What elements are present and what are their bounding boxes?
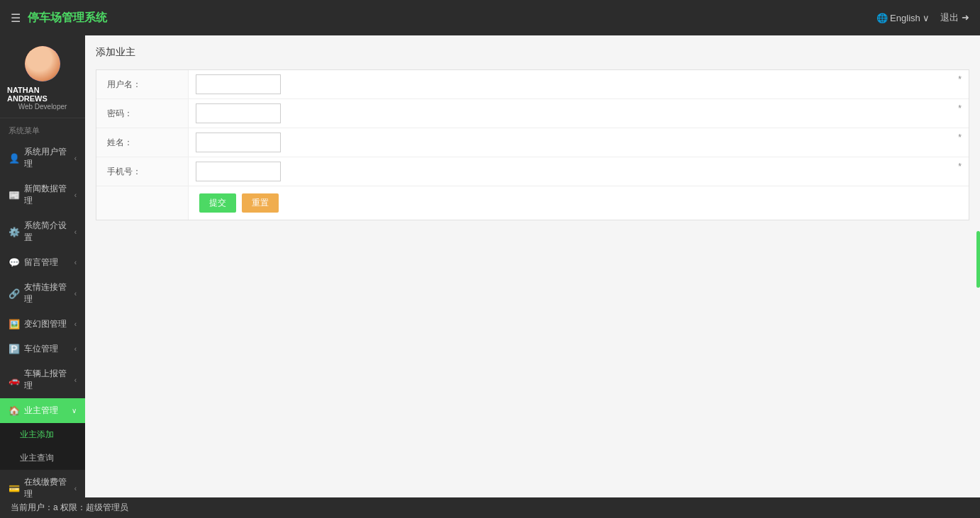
- chevron-icon: ‹: [74, 345, 77, 353]
- add-owner-form: 用户名： * 密码： * 姓名：: [96, 69, 969, 220]
- sidebar-item-news-data[interactable]: 📰 新闻数据管理 ‹: [0, 176, 85, 213]
- realname-label: 姓名：: [96, 128, 189, 157]
- language-button[interactable]: 🌐 English ∨: [876, 13, 930, 23]
- sidebar: NATHAN ANDREWS Web Developer 系统菜单 👤 系统用户…: [0, 35, 85, 497]
- owner-submenu: 业主添加 业主查询: [0, 423, 85, 470]
- settings-icon: ⚙️: [9, 227, 20, 237]
- buttons-label-spacer: [96, 186, 189, 220]
- header-left: ☰ 停车场管理系统: [11, 11, 107, 26]
- sidebar-label-owner: 业主管理: [24, 405, 58, 417]
- realname-input[interactable]: [196, 133, 281, 152]
- content-area: 添加业主 用户名： * 密码： *: [85, 35, 980, 497]
- sidebar-label-friend-links: 友情连接管理: [24, 281, 74, 305]
- avatar: [25, 46, 60, 81]
- message-icon: 💬: [9, 257, 20, 268]
- page-title: 添加业主: [96, 46, 969, 59]
- phone-label: 手机号：: [96, 157, 189, 186]
- chevron-icon: ‹: [74, 191, 77, 199]
- sidebar-label-news: 新闻数据管理: [24, 183, 74, 207]
- phone-field-area: *: [189, 157, 969, 186]
- carousel-icon: 🖼️: [9, 319, 20, 330]
- chevron-icon: ‹: [74, 320, 77, 328]
- password-label: 密码：: [96, 99, 189, 128]
- system-user-icon: 👤: [9, 153, 20, 164]
- user-role: Web Developer: [18, 103, 67, 111]
- username-label: 用户名：: [96, 70, 189, 98]
- user-name: NATHAN ANDREWS: [7, 86, 78, 103]
- chevron-down-icon: ∨: [72, 407, 77, 415]
- header-right: 🌐 English ∨ 退出 ➜: [876, 11, 970, 24]
- scroll-indicator: [976, 231, 980, 288]
- password-field-area: *: [189, 99, 969, 128]
- sidebar-label-vehicle-report: 车辆上报管理: [24, 368, 74, 392]
- required-star: *: [958, 162, 962, 171]
- news-icon: 📰: [9, 190, 20, 201]
- form-row-buttons: 提交 重置: [96, 186, 969, 220]
- header: ☰ 停车场管理系统 🌐 English ∨ 退出 ➜: [0, 0, 980, 35]
- sidebar-label-parking-space: 车位管理: [24, 343, 58, 355]
- parking-space-icon: 🅿️: [9, 344, 20, 354]
- status-bar: 当前用户：a 权限：超级管理员: [0, 497, 980, 518]
- chevron-icon: ‹: [74, 259, 77, 266]
- form-row-password: 密码： *: [96, 99, 969, 128]
- sidebar-item-carousel[interactable]: 🖼️ 变幻图管理 ‹: [0, 312, 85, 337]
- sidebar-item-friend-links[interactable]: 🔗 友情连接管理 ‹: [0, 275, 85, 312]
- payment-icon: 💳: [9, 483, 20, 494]
- submenu-owner-query[interactable]: 业主查询: [0, 446, 85, 470]
- logout-button[interactable]: 退出 ➜: [940, 11, 969, 24]
- chevron-icon: ‹: [74, 485, 77, 492]
- reset-button[interactable]: 重置: [242, 193, 279, 213]
- main-layout: NATHAN ANDREWS Web Developer 系统菜单 👤 系统用户…: [0, 35, 980, 497]
- hamburger-icon[interactable]: ☰: [11, 11, 21, 25]
- realname-field-area: *: [189, 128, 969, 157]
- owner-icon: 🏠: [9, 405, 20, 416]
- submit-button[interactable]: 提交: [199, 193, 236, 213]
- sidebar-user-profile: NATHAN ANDREWS Web Developer: [0, 35, 85, 118]
- sidebar-label-settings: 系统简介设置: [24, 220, 74, 244]
- sidebar-item-system-user[interactable]: 👤 系统用户管理 ‹: [0, 140, 85, 176]
- chevron-icon: ‹: [74, 228, 77, 236]
- sidebar-label-payment: 在线缴费管理: [24, 476, 74, 497]
- chevron-icon: ‹: [74, 154, 77, 162]
- sidebar-item-vehicle-report[interactable]: 🚗 车辆上报管理 ‹: [0, 361, 85, 398]
- form-row-phone: 手机号： *: [96, 157, 969, 186]
- vehicle-icon: 🚗: [9, 375, 20, 385]
- friend-links-icon: 🔗: [9, 288, 20, 299]
- button-area: 提交 重置: [189, 186, 289, 220]
- sidebar-item-online-payment[interactable]: 💳 在线缴费管理 ‹: [0, 470, 85, 497]
- form-row-realname: 姓名： *: [96, 128, 969, 157]
- required-star: *: [958, 74, 962, 84]
- chevron-icon: ‹: [74, 376, 77, 384]
- required-star: *: [958, 133, 962, 142]
- required-star: *: [958, 103, 962, 113]
- app-title: 停车场管理系统: [28, 11, 107, 26]
- form-row-username: 用户名： *: [96, 70, 969, 99]
- content-inner: 添加业主 用户名： * 密码： *: [85, 35, 980, 497]
- phone-input[interactable]: [196, 162, 281, 181]
- sidebar-label-system-user: 系统用户管理: [24, 146, 74, 170]
- username-field-area: *: [189, 70, 969, 98]
- sidebar-item-owner-mgmt[interactable]: 🏠 业主管理 ∨: [0, 398, 85, 423]
- chevron-icon: ‹: [74, 290, 77, 298]
- status-text: 当前用户：a 权限：超级管理员: [11, 502, 128, 512]
- sidebar-item-message[interactable]: 💬 留言管理 ‹: [0, 250, 85, 275]
- password-input[interactable]: [196, 103, 281, 123]
- username-input[interactable]: [196, 74, 281, 94]
- sidebar-item-parking-space[interactable]: 🅿️ 车位管理 ‹: [0, 337, 85, 361]
- sidebar-label-carousel: 变幻图管理: [24, 318, 67, 330]
- sidebar-item-system-settings[interactable]: ⚙️ 系统简介设置 ‹: [0, 213, 85, 250]
- sidebar-label-message: 留言管理: [24, 257, 58, 269]
- sidebar-section-label: 系统菜单: [0, 118, 85, 140]
- submenu-owner-add[interactable]: 业主添加: [0, 423, 85, 446]
